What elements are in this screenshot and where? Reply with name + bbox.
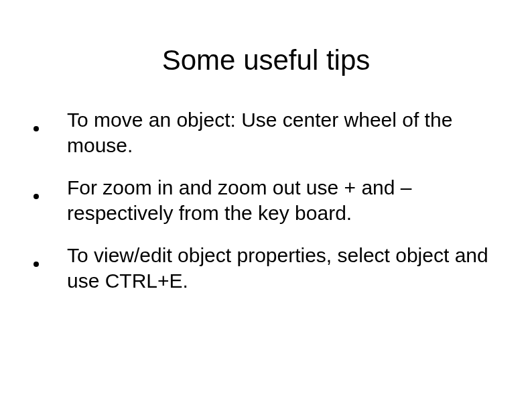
bullet-icon	[34, 194, 39, 199]
bullet-text: For zoom in and zoom out use + and – res…	[67, 175, 492, 227]
slide: Some useful tips To move an object: Use …	[0, 0, 532, 399]
bullet-icon	[34, 262, 39, 267]
list-item: To move an object: Use center wheel of t…	[25, 107, 492, 159]
list-item: To view/edit object properties, select o…	[25, 243, 492, 294]
bullet-text: To view/edit object properties, select o…	[67, 243, 492, 294]
slide-title: Some useful tips	[0, 44, 532, 76]
list-item: For zoom in and zoom out use + and – res…	[25, 175, 492, 227]
bullet-list: To move an object: Use center wheel of t…	[0, 107, 532, 294]
bullet-text: To move an object: Use center wheel of t…	[67, 107, 492, 159]
bullet-icon	[34, 126, 39, 131]
